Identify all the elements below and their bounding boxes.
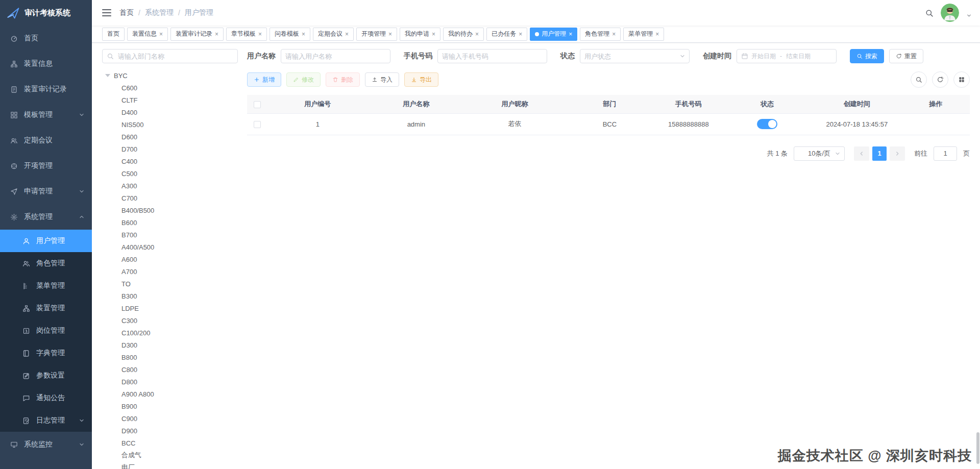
close-icon[interactable]: × bbox=[258, 31, 262, 37]
tab-role-mgmt[interactable]: 角色管理× bbox=[580, 28, 621, 41]
delete-button[interactable]: 删除 bbox=[326, 72, 360, 87]
tab-done-tasks[interactable]: 已办任务× bbox=[486, 28, 527, 41]
import-button[interactable]: 导入 bbox=[365, 72, 399, 87]
sidebar-item-notice[interactable]: 通知公告 bbox=[0, 387, 92, 409]
sidebar-item-system-monitor[interactable]: 系统监控 bbox=[0, 432, 92, 457]
tree-node[interactable]: D400 bbox=[102, 106, 238, 118]
reset-button[interactable]: 重置 bbox=[889, 49, 923, 63]
close-icon[interactable]: × bbox=[159, 31, 163, 37]
sidebar-item-system-mgmt[interactable]: 系统管理 bbox=[0, 204, 92, 230]
avatar-caret-icon[interactable] bbox=[966, 13, 972, 18]
tree-node[interactable]: C500 bbox=[102, 167, 238, 180]
add-button[interactable]: 新增 bbox=[247, 72, 281, 87]
tab-regular-meeting[interactable]: 定期会议× bbox=[313, 28, 354, 41]
tree-node[interactable]: C800 bbox=[102, 363, 238, 376]
tab-menu-mgmt[interactable]: 菜单管理× bbox=[623, 28, 664, 41]
tab-user-mgmt[interactable]: 用户管理× bbox=[530, 28, 577, 41]
tree-node[interactable]: A600 bbox=[102, 253, 238, 265]
close-icon[interactable]: × bbox=[432, 31, 435, 37]
tree-node[interactable]: A300 bbox=[102, 180, 238, 192]
refresh-button[interactable] bbox=[932, 71, 948, 88]
tree-node[interactable]: C700 bbox=[102, 192, 238, 204]
phone-input[interactable] bbox=[438, 50, 547, 63]
next-page-button[interactable] bbox=[890, 146, 905, 161]
sidebar-item-application-mgmt[interactable]: 申请管理 bbox=[0, 179, 92, 204]
tree-node[interactable]: BCC bbox=[102, 437, 238, 449]
page-number-button[interactable]: 1 bbox=[872, 146, 887, 161]
tree-node[interactable]: C600 bbox=[102, 82, 238, 94]
close-icon[interactable]: × bbox=[388, 31, 392, 37]
search-button[interactable]: 搜索 bbox=[850, 49, 884, 63]
tree-node[interactable]: B700 bbox=[102, 229, 238, 241]
status-toggle[interactable] bbox=[757, 119, 777, 129]
close-icon[interactable]: × bbox=[302, 31, 305, 37]
close-icon[interactable]: × bbox=[215, 31, 218, 37]
dept-search-input[interactable] bbox=[114, 50, 237, 63]
tab-chapter-template[interactable]: 章节模板× bbox=[226, 28, 267, 41]
breadcrumb-item[interactable]: 首页 bbox=[119, 8, 134, 17]
sidebar-item-device-mgmt[interactable]: 装置管理 bbox=[0, 297, 92, 319]
search-icon[interactable] bbox=[925, 9, 934, 17]
sidebar-item-home[interactable]: 首页 bbox=[0, 26, 92, 51]
tree-expand-caret-icon[interactable] bbox=[105, 74, 110, 77]
date-range-picker[interactable]: 开始日期 - 结束日期 bbox=[737, 49, 837, 63]
tree-node[interactable]: D300 bbox=[102, 339, 238, 351]
select-all-checkbox[interactable] bbox=[254, 101, 261, 108]
sidebar-item-log-mgmt[interactable]: 日志管理 bbox=[0, 409, 92, 432]
prev-page-button[interactable] bbox=[854, 146, 869, 161]
username-input[interactable] bbox=[281, 50, 390, 63]
page-size-select[interactable]: 10条/页 bbox=[794, 146, 845, 161]
sidebar-item-post-mgmt[interactable]: 岗位管理 bbox=[0, 319, 92, 342]
status-select[interactable] bbox=[580, 49, 690, 63]
tree-node[interactable]: CLTF bbox=[102, 94, 238, 106]
tab-my-todo[interactable]: 我的待办× bbox=[443, 28, 484, 41]
sidebar-item-open-item-mgmt[interactable]: 开项管理 bbox=[0, 153, 92, 179]
tree-node[interactable]: B800 bbox=[102, 351, 238, 363]
tab-questionnaire-template[interactable]: 问卷模板× bbox=[270, 28, 310, 41]
sidebar-item-menu-mgmt[interactable]: 菜单管理 bbox=[0, 275, 92, 297]
tree-node[interactable]: D700 bbox=[102, 143, 238, 155]
close-icon[interactable]: × bbox=[612, 31, 616, 37]
tree-node-root[interactable]: BYC bbox=[102, 69, 238, 82]
tree-node[interactable]: B300 bbox=[102, 290, 238, 302]
avatar[interactable] bbox=[941, 4, 959, 22]
close-icon[interactable]: × bbox=[345, 31, 349, 37]
edit-button[interactable]: 修改 bbox=[286, 72, 321, 87]
close-icon[interactable]: × bbox=[569, 31, 572, 37]
tab-open-item-mgmt[interactable]: 开项管理× bbox=[356, 28, 397, 41]
show-search-button[interactable] bbox=[911, 71, 927, 88]
tree-node[interactable]: A400/A500 bbox=[102, 241, 238, 253]
tree-node[interactable]: A700 bbox=[102, 265, 238, 278]
tree-node[interactable]: C900 bbox=[102, 412, 238, 425]
tree-node[interactable]: LDPE bbox=[102, 302, 238, 314]
tab-device-audit-log[interactable]: 装置审计记录× bbox=[170, 28, 224, 41]
logo[interactable]: 审计考核系统 bbox=[0, 0, 92, 26]
sidebar-item-role-mgmt[interactable]: 角色管理 bbox=[0, 252, 92, 275]
close-icon[interactable]: × bbox=[519, 31, 522, 37]
tree-node[interactable]: B600 bbox=[102, 216, 238, 229]
columns-button[interactable] bbox=[953, 71, 970, 88]
tab-my-application[interactable]: 我的申请× bbox=[400, 28, 440, 41]
row-checkbox[interactable] bbox=[254, 121, 261, 128]
sidebar-item-template-mgmt[interactable]: 模板管理 bbox=[0, 102, 92, 128]
tab-home[interactable]: 首页 bbox=[102, 28, 125, 41]
tree-node[interactable]: B900 bbox=[102, 400, 238, 412]
tree-node[interactable]: D600 bbox=[102, 131, 238, 143]
sidebar-item-param-settings[interactable]: 参数设置 bbox=[0, 364, 92, 387]
tree-node[interactable]: TO bbox=[102, 278, 238, 290]
export-button[interactable]: 导出 bbox=[404, 72, 438, 87]
tree-node[interactable]: C300 bbox=[102, 314, 238, 327]
tree-node[interactable]: B400/B500 bbox=[102, 204, 238, 216]
goto-page-input[interactable] bbox=[934, 146, 957, 161]
sidebar-item-dict-mgmt[interactable]: 字典管理 bbox=[0, 342, 92, 364]
close-icon[interactable]: × bbox=[655, 31, 659, 37]
tree-node[interactable]: A900 A800 bbox=[102, 388, 238, 400]
tree-node[interactable]: C100/200 bbox=[102, 327, 238, 339]
tree-node[interactable]: D900 bbox=[102, 425, 238, 437]
hamburger-icon[interactable] bbox=[102, 9, 111, 16]
tree-node[interactable]: 合成气 bbox=[102, 449, 238, 461]
tree-node[interactable]: D800 bbox=[102, 376, 238, 388]
sidebar-item-user-mgmt[interactable]: 用户管理 bbox=[0, 230, 92, 252]
tab-device-info[interactable]: 装置信息× bbox=[127, 28, 168, 41]
scrollbar-thumb[interactable] bbox=[976, 432, 979, 464]
